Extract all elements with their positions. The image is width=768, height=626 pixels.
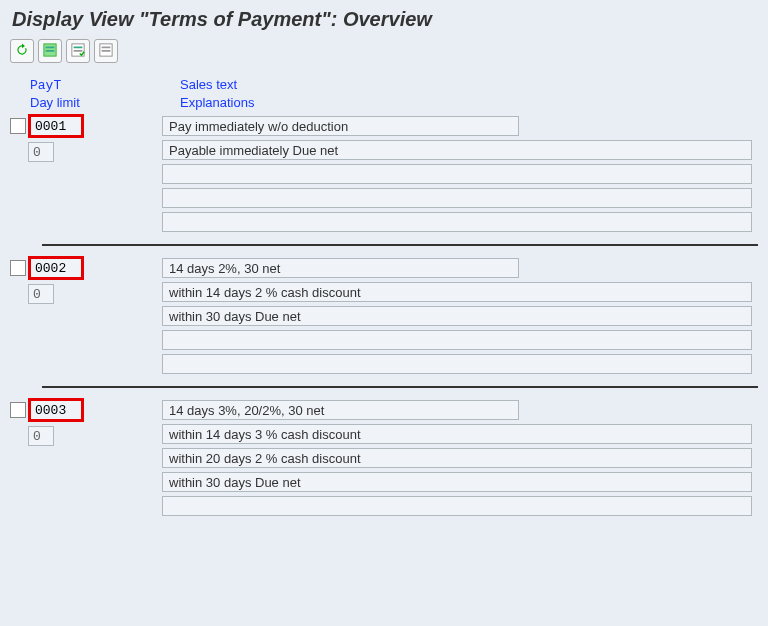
svg-rect-7 xyxy=(102,46,111,48)
payt-field[interactable]: 0002 xyxy=(30,258,82,278)
row-selection-checkbox[interactable] xyxy=(10,402,26,418)
sales-text-field[interactable]: Pay immediately w/o deduction xyxy=(162,116,519,136)
explanation-field[interactable]: within 14 days 3 % cash discount xyxy=(162,424,752,444)
svg-rect-5 xyxy=(74,50,83,52)
explanation-field[interactable] xyxy=(162,164,752,184)
payt-field[interactable]: 0003 xyxy=(30,400,82,420)
select-block-button[interactable] xyxy=(66,39,90,63)
day-limit-field[interactable]: 0 xyxy=(28,284,54,304)
refresh-icon xyxy=(15,43,29,60)
row-selection-checkbox[interactable] xyxy=(10,260,26,276)
day-limit-field[interactable]: 0 xyxy=(28,426,54,446)
explanation-field[interactable]: within 30 days Due net xyxy=(162,472,752,492)
deselect-all-button[interactable] xyxy=(94,39,118,63)
explanation-field[interactable]: within 14 days 2 % cash discount xyxy=(162,282,752,302)
select-all-button[interactable] xyxy=(38,39,62,63)
explanation-field[interactable] xyxy=(162,496,752,516)
day-limit-field[interactable]: 0 xyxy=(28,142,54,162)
record-row: 0001 0 Pay immediately w/o deduction Pay… xyxy=(10,112,758,246)
select-all-icon xyxy=(43,43,57,60)
toolbar xyxy=(0,37,768,67)
col-header-payt: PayT xyxy=(30,78,61,93)
svg-rect-4 xyxy=(74,46,83,48)
record-row: 0002 0 14 days 2%, 30 net within 14 days… xyxy=(10,254,758,388)
svg-rect-1 xyxy=(46,46,55,48)
payt-field[interactable]: 0001 xyxy=(30,116,82,136)
deselect-all-icon xyxy=(99,43,113,60)
sales-text-field[interactable]: 14 days 3%, 20/2%, 30 net xyxy=(162,400,519,420)
page-title: Display View "Terms of Payment": Overvie… xyxy=(0,0,768,37)
refresh-button[interactable] xyxy=(10,39,34,63)
record-separator xyxy=(42,386,758,388)
col-header-sales-text: Sales text xyxy=(180,77,237,92)
explanation-field[interactable]: within 30 days Due net xyxy=(162,306,752,326)
record-separator xyxy=(42,244,758,246)
explanation-field[interactable] xyxy=(162,330,752,350)
explanation-field[interactable]: within 20 days 2 % cash discount xyxy=(162,448,752,468)
explanation-field[interactable] xyxy=(162,354,752,374)
row-selection-checkbox[interactable] xyxy=(10,118,26,134)
col-header-explanations: Explanations xyxy=(180,95,254,110)
explanation-field[interactable]: Payable immediately Due net xyxy=(162,140,752,160)
record-row: 0003 0 14 days 3%, 20/2%, 30 net within … xyxy=(10,396,758,520)
explanation-field[interactable] xyxy=(162,212,752,232)
svg-rect-2 xyxy=(46,50,55,52)
sales-text-field[interactable]: 14 days 2%, 30 net xyxy=(162,258,519,278)
content-area: PayT Sales text Day limit Explanations 0… xyxy=(0,67,768,520)
svg-rect-8 xyxy=(102,50,111,52)
explanation-field[interactable] xyxy=(162,188,752,208)
select-block-icon xyxy=(71,43,85,60)
col-header-day-limit: Day limit xyxy=(30,95,80,110)
